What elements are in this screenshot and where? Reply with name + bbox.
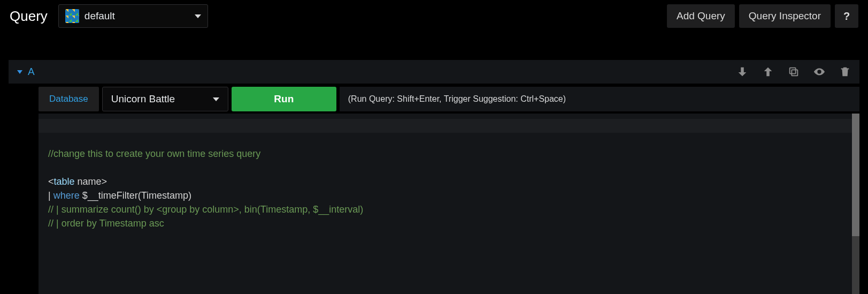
query-row-header[interactable]: A <box>9 60 859 84</box>
svg-rect-1 <box>790 68 796 74</box>
active-line-highlight <box>39 119 857 133</box>
code-line: // | order by Timestamp asc <box>48 218 164 229</box>
database-select-value: Unicorn Battle <box>111 93 175 105</box>
duplicate-icon[interactable] <box>788 66 800 78</box>
code-token: where <box>53 190 80 201</box>
move-down-icon[interactable] <box>736 66 748 78</box>
query-inspector-button[interactable]: Query Inspector <box>739 4 831 28</box>
code-token: > <box>102 176 107 187</box>
scrollbar-thumb[interactable] <box>852 114 859 236</box>
collapse-toggle-icon[interactable] <box>17 70 22 74</box>
svg-rect-0 <box>792 70 797 76</box>
datasource-logo-icon <box>65 9 79 23</box>
code-token: < <box>48 176 54 187</box>
toggle-visibility-icon[interactable] <box>813 66 825 78</box>
run-button[interactable]: Run <box>232 87 336 111</box>
code-line: //change this to create your own time se… <box>48 148 260 159</box>
run-hint: (Run Query: Shift+Enter, Trigger Suggest… <box>340 87 574 111</box>
query-ref-id: A <box>28 66 35 78</box>
code-token: | <box>48 190 53 201</box>
move-up-icon[interactable] <box>762 66 774 78</box>
database-select[interactable]: Unicorn Battle <box>102 87 228 111</box>
code-token: table <box>54 176 75 187</box>
datasource-picker[interactable]: default <box>58 4 208 28</box>
code-token: $__timeFilter(Timestamp) <box>80 190 191 201</box>
chevron-down-icon <box>195 14 201 18</box>
datasource-name: default <box>85 10 189 22</box>
page-title: Query <box>10 8 48 25</box>
code-line: // | summarize count() by <group by colu… <box>48 204 363 215</box>
chevron-down-icon <box>213 97 219 101</box>
query-editor[interactable]: //change this to create your own time se… <box>39 114 859 294</box>
database-label: Database <box>39 87 99 111</box>
delete-icon[interactable] <box>839 66 851 78</box>
add-query-button[interactable]: Add Query <box>667 4 735 28</box>
code-token: name <box>75 176 102 187</box>
help-button[interactable]: ? <box>835 4 858 28</box>
